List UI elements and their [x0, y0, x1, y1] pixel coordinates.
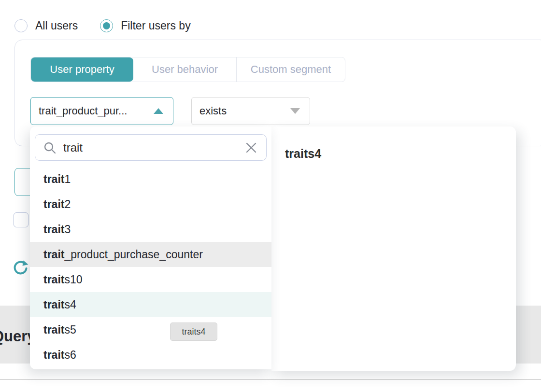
tooltip: traits4 — [170, 322, 217, 341]
chevron-down-icon — [290, 108, 300, 114]
chevron-up-icon — [154, 108, 163, 114]
radio-option-all-users[interactable]: All users — [14, 19, 78, 32]
radio-filter-users-by[interactable] — [100, 19, 113, 32]
list-item-trait1[interactable]: trait1 — [30, 167, 271, 192]
filter-mode-radio-group: All users Filter users by — [14, 19, 191, 32]
list-item-traits6[interactable]: traits6 — [30, 342, 271, 367]
radio-all-users[interactable] — [14, 19, 28, 32]
section-divider — [0, 379, 541, 380]
filter-type-tabs: User property User behavior Custom segme… — [30, 57, 345, 82]
radio-option-filter-users-by[interactable]: Filter users by — [100, 19, 190, 32]
list-item-traits10[interactable]: traits10 — [30, 267, 271, 292]
operator-select-value: exists — [199, 105, 227, 117]
property-list: trait1 trait2 trait3 trait_product_purch… — [30, 167, 271, 367]
preview-property-name: traits4 — [285, 147, 321, 161]
property-preview-panel: traits4 — [271, 126, 516, 371]
property-select[interactable]: trait_product_pur... — [30, 97, 173, 125]
clear-icon[interactable] — [245, 141, 257, 154]
list-item-trait2[interactable]: trait2 — [30, 192, 271, 217]
radio-filter-users-by-label: Filter users by — [121, 19, 190, 32]
radio-all-users-label: All users — [35, 19, 78, 32]
search-icon — [43, 141, 57, 154]
tab-custom-segment[interactable]: Custom segment — [237, 57, 345, 82]
partial-checkbox[interactable] — [14, 212, 28, 227]
segment-filter-page: { "colors": { "accent_teal": "#3fa2ac", … — [0, 0, 541, 392]
dropdown-search-box[interactable] — [35, 134, 267, 161]
list-item-traits4[interactable]: traits4 — [30, 292, 271, 317]
tab-user-property[interactable]: User property — [31, 57, 133, 82]
refresh-icon[interactable] — [13, 259, 29, 276]
operator-select[interactable]: exists — [191, 97, 310, 125]
tab-user-behavior[interactable]: User behavior — [133, 57, 237, 82]
list-item-trait-product-purchase-counter[interactable]: trait_product_purchase_counter — [30, 242, 271, 267]
property-select-value: trait_product_pur... — [39, 105, 127, 117]
list-item-traits5[interactable]: traits5 — [30, 317, 271, 342]
search-input[interactable] — [63, 141, 245, 154]
list-item-trait3[interactable]: trait3 — [30, 217, 271, 242]
property-dropdown-popup: trait1 trait2 trait3 trait_product_purch… — [30, 126, 271, 369]
